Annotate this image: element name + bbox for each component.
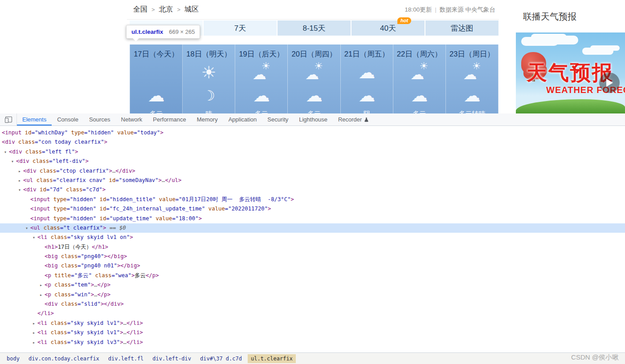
devtools-tab-label: Performance (153, 116, 186, 123)
tree-row[interactable]: <input type="hidden" id="hidden_title" v… (0, 195, 625, 204)
tree-row[interactable]: <input id="whichDay" type="hidden" value… (0, 128, 625, 138)
expand-arrow-icon[interactable]: ▸ (38, 290, 44, 299)
expand-arrow-icon[interactable]: ▸ (38, 280, 44, 290)
tree-row[interactable]: ▸<p class="win">…</p> (0, 290, 625, 299)
devtools-tabs: ElementsConsoleSourcesNetworkPerformance… (17, 113, 374, 125)
dom-breadcrumb-item[interactable]: ul.t.clearfix (248, 354, 296, 363)
tree-row[interactable]: ▸<li class="sky skyid lv1">…</li> (0, 328, 625, 337)
dom-breadcrumb-item[interactable]: div.left.fl (105, 354, 147, 363)
expand-arrow-icon[interactable]: ▸ (31, 319, 37, 328)
collapse-arrow-icon[interactable]: ▾ (17, 185, 22, 194)
expand-arrow-icon[interactable]: ▸ (31, 338, 37, 347)
tree-row[interactable]: ▸<p class="tem">…</p> (0, 280, 625, 290)
elements-tree: <input id="whichDay" type="hidden" value… (0, 126, 625, 352)
weather-tab[interactable]: 8-15天 (278, 20, 351, 36)
data-source: 数据来源 中央气象台 (440, 6, 495, 14)
cloud-icon: ☁ (410, 66, 424, 83)
weather-tab[interactable]: 40天hot (351, 20, 425, 36)
weather-tab-label: 雷达图 (451, 23, 474, 33)
update-info: 18:00更新 | 数据来源 中央气象台 (404, 6, 495, 14)
devtools-tab-label: Recorder (338, 116, 362, 123)
tree-row[interactable]: ▸<li class="sky skyid lv1">…</li> (0, 319, 625, 328)
devtools-tab-memory[interactable]: Memory (192, 113, 223, 125)
tree-row[interactable]: ▸<div class="ctop clearfix">…</div> (0, 166, 625, 176)
cloud-icon: ☁ (235, 85, 287, 106)
inspect-tooltip-dimensions: 669 × 265 (169, 28, 195, 35)
weather-tab[interactable]: 7天 (204, 20, 277, 36)
site-breadcrumb-item[interactable]: 城区 (184, 5, 199, 14)
devtools-tab-console[interactable]: Console (52, 113, 84, 125)
tree-row[interactable]: <h1>17日（今天）</h1> (0, 243, 625, 252)
devtools-tab-label: Memory (197, 116, 218, 123)
tree-row[interactable]: ▸<ul class="clearfix cnav" id="someDayNa… (0, 176, 625, 185)
expand-arrow-icon[interactable]: ▸ (31, 328, 37, 337)
weather-tab[interactable]: 雷达图 (425, 20, 498, 36)
sun-cloud-icon: ☀☁ (409, 63, 429, 82)
site-breadcrumb-item[interactable]: 北京 (159, 5, 173, 14)
collapse-arrow-icon[interactable]: ▾ (3, 147, 8, 157)
tree-row[interactable]: ▸<li class="sky skyid lv3">…</li> (0, 338, 625, 347)
site-breadcrumb-item[interactable]: 全国 (133, 5, 147, 14)
forecast-day-title: 20日（周四） (288, 49, 340, 59)
devtools-tab-elements[interactable]: Elements (17, 113, 52, 125)
expand-arrow-icon[interactable]: ▸ (17, 166, 22, 176)
devtools-tab-recorder[interactable]: Recorder (333, 113, 374, 125)
sun-cloud-icon: ☀☁ (251, 63, 272, 82)
sun-cloud-icon: ☀☁ (462, 63, 482, 82)
tree-row[interactable]: ▾<li class="sky skyid lv1 on"> (0, 233, 625, 242)
expand-arrow-icon[interactable]: ▸ (17, 176, 22, 185)
cloud-decoration (521, 37, 559, 46)
forecast-day[interactable]: 19日（后天）☀☁☁多云 (235, 44, 288, 113)
tree-row[interactable]: ▾<div class="left fl"> (0, 147, 625, 157)
devtools-tab-lighthouse[interactable]: Lighthouse (294, 113, 333, 125)
update-divider: | (435, 6, 437, 13)
tree-row[interactable]: <input type="hidden" id="update_time" va… (0, 214, 625, 223)
breadcrumb-separator: > (151, 6, 155, 13)
collapse-arrow-icon[interactable]: ▾ (24, 223, 29, 233)
forecast-day[interactable]: 17日（今天）☁多云 (130, 44, 183, 113)
forecast-day-weather: 多云 (235, 110, 287, 113)
cloud-icon: ☁ (288, 85, 340, 106)
cloud-icon: ☁ (341, 62, 393, 83)
tree-row[interactable]: ▾<ul class="t clearfix"> == $0 (0, 223, 625, 233)
cloud-icon: ☁ (341, 85, 393, 106)
tree-row[interactable]: </li> (0, 309, 625, 318)
play-button[interactable] (599, 73, 620, 93)
collapse-arrow-icon[interactable]: ▾ (10, 157, 15, 166)
forecast-day[interactable]: 21日（周五）☁☁阴 (341, 44, 393, 113)
broadcast-panel: 联播天气预报 天气预报 WEATHER FOREC (516, 0, 625, 113)
tree-row[interactable]: ▾<div id="7d" class="c7d"> (0, 185, 625, 194)
grass-decoration (516, 99, 625, 113)
dom-breadcrumb-item[interactable]: div#\37 d.c7d (197, 354, 245, 363)
hot-badge: hot (397, 17, 411, 24)
tree-row[interactable]: <div class="slid"></div> (0, 299, 625, 309)
forecast-day[interactable]: 18日（明天）☀☽晴 (183, 44, 235, 113)
forecast-day-title: 19日（后天） (235, 49, 287, 59)
tree-row[interactable]: <big class="png40"></big> (0, 252, 625, 261)
devtools-tab-sources[interactable]: Sources (84, 113, 116, 125)
empty-icon-slot (130, 62, 182, 83)
devtools-tab-performance[interactable]: Performance (147, 113, 191, 125)
devtools-tab-security[interactable]: Security (262, 113, 294, 125)
video-thumbnail[interactable]: 天气预报 WEATHER FOREC (516, 32, 625, 113)
dom-breadcrumb-item[interactable]: div.left-div (149, 354, 194, 363)
forecast-day[interactable]: 22日（周六）☀☁☁多云 (393, 44, 446, 113)
dom-breadcrumb-item[interactable]: div.con.today.clearfix (25, 354, 102, 363)
weather-tab-label: 8-15天 (302, 23, 325, 33)
forecast-day[interactable]: 23日（周日）☀☁☁多云转晴 (446, 44, 498, 113)
tree-row[interactable]: ▾<div class="left-div"> (0, 157, 625, 166)
forecast-day-weather: 多云 (130, 110, 182, 113)
cloud-icon: ☁ (305, 66, 319, 83)
toggle-device-toolbar-button[interactable] (0, 113, 17, 125)
tree-row[interactable]: <p title="多云" class="wea">多云</p> (0, 271, 625, 280)
tree-row[interactable]: <big class="png40 n01"></big> (0, 261, 625, 271)
dom-breadcrumb-item[interactable]: body (4, 354, 23, 363)
devtools-tab-application[interactable]: Application (223, 113, 262, 125)
forecast-day[interactable]: 20日（周四）☀☁☁多云 (288, 44, 340, 113)
collapse-arrow-icon[interactable]: ▾ (31, 233, 37, 242)
tree-row[interactable]: <input type="hidden" id="fc_24h_internal… (0, 204, 625, 214)
tree-row[interactable]: <div class="con today clearfix"> (0, 138, 625, 147)
forecast-day-weather: 阴 (341, 110, 393, 113)
forecast-day-weather: 晴 (183, 110, 235, 113)
devtools-tab-network[interactable]: Network (116, 113, 148, 125)
